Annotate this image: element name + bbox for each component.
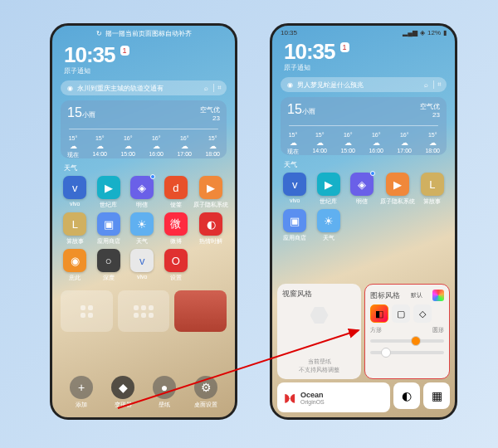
clock-widget[interactable]: 10:35 1 — [52, 41, 235, 68]
clock-time: 10:35 — [284, 39, 335, 65]
origin-bar: ◗◖ Ocean OriginOS ◐ ▦ — [277, 382, 450, 412]
app-世纪库[interactable]: ▶世纪库 — [313, 173, 345, 206]
tip-bar: ↻ 摇一摇当前页面图标自动补齐 — [59, 27, 228, 39]
app-算故事[interactable]: L算故事 — [417, 173, 449, 206]
dock-settings[interactable]: ⚙桌面设置 — [194, 376, 217, 409]
weather-hour: 15°☁现在 — [287, 132, 299, 156]
weather-widget[interactable]: 15小雨 空气优 23 15°☁现在15°☁14:0016°☁15:0016°☁… — [281, 97, 447, 155]
battery-icon: ▮ — [443, 29, 447, 37]
clock-widget[interactable]: 10:35 1 — [272, 37, 455, 65]
weather-label: 天气 — [272, 158, 455, 169]
icon-shape-alt[interactable]: ◇ — [413, 304, 432, 323]
tab-icon-style[interactable]: 图标风格 默认 ◧ ▢ ◇ 方形圆形 — [364, 284, 450, 379]
app-世纪库[interactable]: ▶世纪库 — [93, 176, 125, 209]
weather-temp: 15 — [67, 105, 82, 119]
icon-shape-rounded[interactable]: ◧ — [370, 304, 388, 323]
weather-aqi: 23 — [420, 111, 440, 119]
weather-hour: 15°☁18:00 — [205, 135, 220, 159]
app-vivo[interactable]: vvivo — [126, 249, 159, 282]
app-应用商店[interactable]: ▣应用商店 — [93, 212, 125, 246]
voice-icon: ◉ — [286, 80, 294, 89]
color-swatch-icon[interactable] — [432, 290, 444, 301]
weather-aqi: 23 — [200, 114, 220, 122]
weather-hour: 15°☁14:00 — [312, 132, 327, 156]
weather-aqi-label: 空气优 — [200, 105, 220, 114]
slider1-l: 方形 — [370, 326, 382, 334]
dock-wallpaper[interactable]: ●壁纸 — [153, 376, 176, 409]
atom-notice-label: 原子通知 — [272, 63, 455, 72]
search-pill[interactable]: ◉ 永川到重庆主城的轨道交通有 ⌕ ⌗ — [61, 80, 227, 95]
tab-icon-sub: 默认 — [411, 291, 422, 299]
origin-sq-1[interactable]: ◐ — [393, 382, 420, 409]
origin-sub: OriginOS — [300, 399, 325, 405]
weather-label: 天气 — [52, 162, 235, 173]
app-微博[interactable]: 微微博 — [160, 212, 193, 246]
battery-pct: 12% — [427, 29, 441, 37]
shape-slider[interactable] — [370, 339, 444, 343]
app-热情时解[interactable]: ◐热情时解 — [193, 212, 228, 246]
weather-cond: 小雨 — [302, 108, 315, 115]
style-panel: 视窗风格 当前壁纸 不支持风格调整 图标风格 默认 ◧ ▢ ◇ 方形圆形 — [277, 284, 450, 379]
app-深度[interactable]: ○深度 — [93, 249, 125, 282]
app-vivo[interactable]: vvivo — [59, 176, 91, 209]
wifi-icon: ◈ — [420, 29, 425, 37]
phone-right: 10:35 ▂▄▆ ◈ 12% ▮ 10:35 1 原子通知 ◉ 男人梦见蛇是什… — [270, 23, 457, 420]
clock-date-badge: 1 — [340, 42, 349, 52]
search-icon[interactable]: ⌕ — [422, 80, 430, 89]
widget-slot-2x2[interactable] — [61, 290, 113, 332]
app-算故事[interactable]: L算故事 — [59, 212, 91, 246]
app-明信[interactable]: ◈明信 — [126, 176, 159, 209]
app-设置[interactable]: O设置 — [160, 249, 193, 282]
dock-style[interactable]: ◆变形器 — [111, 376, 134, 409]
widget-slot-3x2[interactable] — [118, 290, 170, 332]
tab-widget-style[interactable]: 视窗风格 当前壁纸 不支持风格调整 — [277, 284, 361, 379]
search-pill[interactable]: ◉ 男人梦见蛇是什么预兆 ⌕ ⌗ — [281, 77, 447, 92]
widget-placeholder-row — [52, 285, 235, 337]
edit-dock: +添加◆变形器●壁纸⚙桌面设置 — [61, 373, 227, 412]
weather-aqi-label: 空气优 — [420, 102, 440, 111]
app-原子隐私系统[interactable]: ▶原子隐私系统 — [380, 173, 415, 206]
signal-icon: ▂▄▆ — [403, 29, 417, 37]
clock-time: 10:35 — [64, 42, 115, 68]
weather-hour: 15°☁现在 — [67, 135, 79, 159]
app-天气[interactable]: ☀天气 — [126, 212, 159, 246]
weather-hour: 16°☁17:00 — [397, 132, 412, 156]
tip-text: 摇一摇当前页面图标自动补齐 — [105, 29, 192, 38]
tab-icon-label: 图标风格 — [370, 290, 400, 301]
weather-temp: 15 — [287, 102, 302, 116]
app-应用商店[interactable]: ▣应用商店 — [279, 209, 311, 242]
weather-widget[interactable]: 15小雨 空气优 23 15°☁现在15°☁14:0016°☁15:0016°☁… — [61, 100, 227, 158]
app-便签[interactable]: d便签 — [160, 176, 193, 209]
atom-notice-label: 原子通知 — [52, 66, 235, 75]
app-grid: vvivo▶世纪库◈明信▶原子隐私系统L算故事▣应用商店☀天气 — [272, 169, 455, 246]
app-grid: vvivo▶世纪库◈明信d便签▶原子隐私系统L算故事▣应用商店☀天气微微博◐热情… — [52, 173, 235, 285]
tab-widget-label: 视窗风格 — [282, 289, 312, 299]
status-bar: 10:35 ▂▄▆ ◈ 12% ▮ — [272, 26, 455, 37]
weather-cond: 小雨 — [82, 111, 95, 119]
weather-hour: 15°☁14:00 — [92, 135, 107, 159]
slider1-r: 圆形 — [432, 326, 444, 334]
status-time: 10:35 — [281, 29, 297, 37]
app-明信[interactable]: ◈明信 — [346, 173, 378, 206]
panel-note: 当前壁纸 不支持风格调整 — [282, 358, 356, 374]
app-vivo[interactable]: vvivo — [279, 173, 311, 206]
app-天气[interactable]: ☀天气 — [313, 209, 345, 242]
origin-sq-2[interactable]: ▦ — [423, 382, 450, 409]
weather-hour: 16°☁15:00 — [120, 135, 135, 159]
app-意此[interactable]: ◉意此 — [59, 249, 91, 282]
scan-icon[interactable]: ⌗ — [213, 84, 222, 92]
widget-slot-image[interactable] — [174, 290, 227, 332]
search-icon[interactable]: ⌕ — [202, 84, 210, 92]
weather-hour: 16°☁16:00 — [149, 135, 164, 159]
search-text: 男人梦见蛇是什么预兆 — [297, 80, 418, 90]
originos-card[interactable]: ◗◖ Ocean OriginOS — [277, 382, 390, 412]
hex-preview-icon — [310, 306, 329, 324]
origin-brand: Ocean — [300, 391, 325, 399]
weather-hour: 16°☁15:00 — [340, 132, 355, 156]
phone-left: ↻ 摇一摇当前页面图标自动补齐 10:35 1 原子通知 ◉ 永川到重庆主城的轨… — [50, 23, 237, 420]
app-原子隐私系统[interactable]: ▶原子隐私系统 — [193, 176, 228, 209]
size-slider[interactable] — [370, 351, 444, 354]
icon-shape-square[interactable]: ▢ — [392, 304, 410, 323]
scan-icon[interactable]: ⌗ — [433, 80, 442, 89]
dock-add[interactable]: +添加 — [70, 376, 93, 409]
